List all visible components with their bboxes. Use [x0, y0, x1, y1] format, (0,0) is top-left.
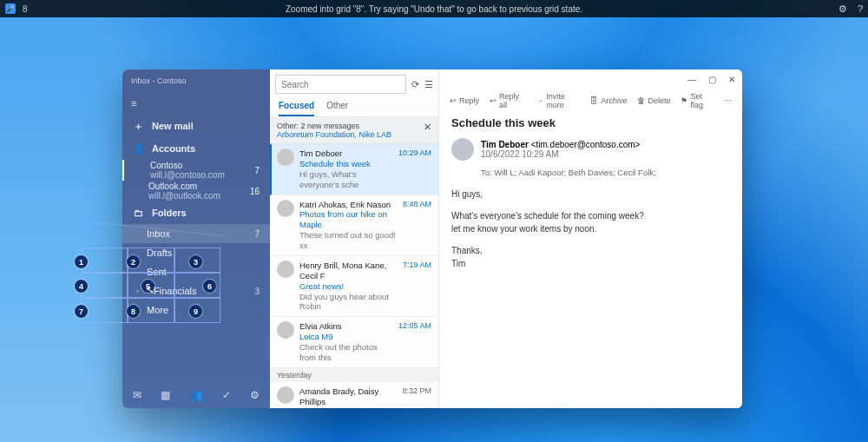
close-icon[interactable]: ✕ — [424, 122, 431, 133]
avatar — [277, 148, 294, 166]
folder-inbox[interactable]: Inbox 7 — [122, 224, 270, 243]
sidebar: Inbox - Contoso ≡ ＋ New mail 👤 Accounts … — [122, 69, 270, 408]
mic-icon[interactable]: 🎤 — [5, 3, 16, 14]
tab-other[interactable]: Other — [326, 101, 348, 116]
grid-number-3: 3 — [189, 255, 202, 268]
search-input[interactable] — [275, 75, 406, 94]
voice-grid-number: 8 — [23, 4, 28, 14]
delete-button[interactable]: 🗑 Delete — [637, 92, 670, 109]
flag-button[interactable]: ⚑ Set flag — [681, 92, 713, 109]
select-mode-icon[interactable]: ☰ — [424, 79, 433, 90]
message-item[interactable]: Henry Brill, Mona Kane, Cecil F Great ne… — [270, 256, 438, 317]
settings-icon[interactable]: ⚙ — [838, 3, 847, 15]
accounts-header[interactable]: 👤 Accounts — [122, 137, 270, 160]
more-actions-icon[interactable]: ⋯ — [724, 92, 732, 109]
folders-header[interactable]: 🗀 Folders — [122, 201, 270, 224]
message-item[interactable]: Elvia Atkins Leica M9 Check out the phot… — [270, 317, 438, 368]
voice-hint-text: Zoomed into grid "8". Try saying "Undo t… — [0, 4, 868, 14]
people-nav-icon[interactable]: 👥 — [190, 389, 203, 401]
mail-body: Hi guys, What's everyone's schedule for … — [439, 184, 742, 282]
invite-button[interactable]: → Invite more — [536, 92, 580, 109]
close-window-icon[interactable]: ✕ — [728, 75, 735, 84]
avatar — [277, 200, 294, 217]
group-header: Yesterday — [270, 368, 438, 382]
voice-access-bar: 🎤 8 Zoomed into grid "8". Try saying "Un… — [0, 0, 868, 17]
message-item[interactable]: Amanda Brady, Daisy Phillips Mom's Birth… — [270, 382, 438, 408]
todo-nav-icon[interactable]: ✓ — [222, 389, 231, 401]
grid-number-9: 9 — [189, 305, 202, 318]
folder-icon: 🗀 — [133, 208, 143, 218]
plus-icon: ＋ — [133, 120, 143, 133]
maximize-icon[interactable]: ▢ — [708, 75, 716, 84]
avatar — [277, 386, 294, 404]
grid-number-1: 1 — [75, 255, 88, 268]
settings-nav-icon[interactable]: ⚙ — [250, 389, 260, 401]
message-item[interactable]: Tim Deboer Schedule this week Hi guys, W… — [270, 144, 438, 195]
archive-button[interactable]: 🗄 Archive — [590, 92, 627, 109]
help-icon[interactable]: ? — [858, 3, 863, 15]
message-list-pane: ⟳ ☰ Focused Other Other: 2 new messages … — [270, 69, 439, 408]
grid-number-2: 2 — [127, 255, 140, 268]
mail-subject: Schedule this week — [439, 113, 742, 133]
calendar-nav-icon[interactable]: ▦ — [161, 389, 170, 401]
sender-avatar — [451, 138, 474, 161]
grid-number-6: 6 — [203, 280, 216, 293]
reply-all-button[interactable]: ↩ Reply all — [490, 92, 525, 109]
other-banner[interactable]: Other: 2 new messages Arboretum Foundati… — [270, 117, 438, 144]
mail-window: Inbox - Contoso ≡ ＋ New mail 👤 Accounts … — [122, 69, 742, 408]
hamburger-icon[interactable]: ≡ — [131, 98, 136, 109]
tab-focused[interactable]: Focused — [279, 101, 314, 116]
grid-number-7: 7 — [75, 305, 88, 318]
account-contoso[interactable]: Contoso will.l@contoso.com 7 — [122, 160, 270, 181]
grid-number-4: 4 — [75, 280, 88, 293]
reading-pane: — ▢ ✕ ↩ Reply ↩ Reply all → Invite more … — [439, 69, 742, 408]
sync-icon[interactable]: ⟳ — [411, 79, 419, 90]
window-title: Inbox - Contoso — [131, 76, 187, 85]
message-list: Tim Deboer Schedule this week Hi guys, W… — [270, 144, 438, 408]
avatar — [277, 261, 294, 278]
avatar — [277, 321, 294, 339]
mail-nav-icon[interactable]: ✉ — [133, 389, 141, 401]
reply-button[interactable]: ↩ Reply — [450, 92, 479, 109]
message-item[interactable]: Katri Ahokas, Erik Nason Photos from our… — [270, 195, 438, 256]
new-mail-button[interactable]: ＋ New mail — [122, 115, 270, 137]
cursor-icon: ↖ — [146, 284, 155, 296]
account-outlook[interactable]: Outlook.com will.l@outlook.com 16 — [122, 181, 270, 201]
minimize-icon[interactable]: — — [687, 75, 696, 84]
person-icon: 👤 — [133, 143, 143, 155]
grid-number-8: 8 — [127, 305, 140, 318]
